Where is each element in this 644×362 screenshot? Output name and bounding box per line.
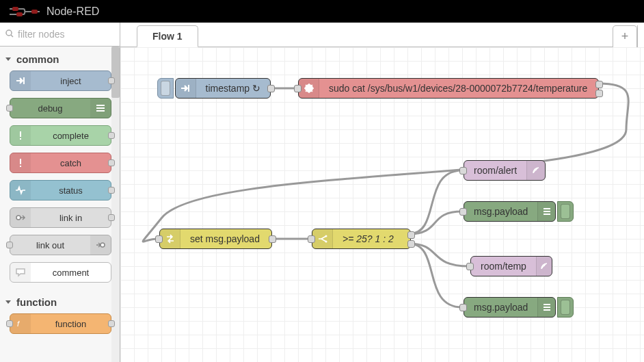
node-exec-cat-temperature[interactable]: sudo cat /sys/bus/w1/devices/28-0000072b… <box>298 78 599 99</box>
tab-flow-1[interactable]: Flow 1 <box>137 25 198 47</box>
filter-nodes-input[interactable] <box>18 29 137 40</box>
port-in[interactable] <box>6 320 13 327</box>
node-label: timestamp ↻ <box>196 83 270 94</box>
palette-node-link-out[interactable]: link out <box>10 235 111 255</box>
palette-node-debug[interactable]: debug <box>10 98 111 118</box>
input-port[interactable] <box>294 85 301 92</box>
node-label: >= 25? 1 : 2 <box>333 233 403 244</box>
chevron-down-icon <box>5 300 11 304</box>
svg-rect-19 <box>188 85 189 92</box>
filter-row <box>0 23 120 47</box>
category-header-function[interactable]: function <box>0 289 120 313</box>
workspace: Flow 1 + <box>120 23 644 362</box>
output-port-2[interactable] <box>407 240 415 248</box>
node-inject-timestamp[interactable]: timestamp ↻ <box>175 78 271 99</box>
input-port[interactable] <box>308 235 315 243</box>
palette-node-comment[interactable]: comment <box>10 262 111 283</box>
svg-rect-13 <box>20 138 21 140</box>
node-label: sudo cat /sys/bus/w1/devices/28-0000072b… <box>319 83 597 94</box>
flow-canvas[interactable]: timestamp ↻ sudo cat /sys/bus/w1/devices… <box>120 47 644 362</box>
comment-icon <box>10 263 31 282</box>
palette-node-inject[interactable]: inject <box>10 70 111 91</box>
svg-point-16 <box>16 216 21 220</box>
link-out-icon <box>90 235 111 255</box>
palette-node-label: debug <box>10 103 90 114</box>
palette-node-complete[interactable]: complete <box>10 125 111 146</box>
palette-node-catch[interactable]: catch <box>10 153 111 173</box>
gear-icon <box>299 79 319 98</box>
tab-overflow[interactable] <box>637 25 644 47</box>
bars-icon <box>537 298 555 317</box>
add-tab-button[interactable]: + <box>613 25 637 47</box>
svg-rect-9 <box>96 105 105 106</box>
node-switch-threshold[interactable]: >= 25? 1 : 2 <box>312 229 411 249</box>
port-out[interactable] <box>108 214 115 221</box>
app-header: Node-RED <box>0 0 644 23</box>
node-mqtt-room-temp[interactable]: room/temp <box>470 256 552 276</box>
palette-node-label: status <box>31 185 111 196</box>
pulse-icon <box>10 181 31 200</box>
scrollbar-thumb[interactable] <box>111 47 120 98</box>
input-port[interactable] <box>459 304 467 311</box>
svg-rect-10 <box>96 107 105 109</box>
inject-trigger-button[interactable] <box>157 78 174 99</box>
palette-node-label: catch <box>31 158 111 168</box>
palette-node-label: function <box>31 319 111 329</box>
chevron-down-icon <box>5 57 11 61</box>
port-out[interactable] <box>108 187 115 194</box>
palette-node-link-in[interactable]: link in <box>10 207 111 228</box>
palette-node-label: comment <box>31 268 111 278</box>
broadcast-icon <box>526 161 545 180</box>
category-label: common <box>16 53 59 65</box>
svg-rect-24 <box>544 208 550 209</box>
svg-rect-11 <box>96 110 105 112</box>
node-change-set-payload[interactable]: set msg.payload <box>159 229 272 249</box>
category-header-common[interactable]: common <box>0 47 120 70</box>
switch-icon <box>312 229 333 248</box>
svg-text:f: f <box>17 320 20 328</box>
svg-rect-3 <box>12 7 18 11</box>
svg-rect-8 <box>23 77 25 84</box>
svg-rect-26 <box>544 214 550 215</box>
port-out[interactable] <box>108 159 115 166</box>
debug-toggle-button-1[interactable] <box>557 201 574 222</box>
node-debug-1[interactable]: msg.payload <box>464 201 556 222</box>
bang-icon <box>10 153 31 172</box>
broadcast-icon <box>536 257 552 276</box>
palette-node-function[interactable]: ffunction <box>10 313 111 334</box>
node-label: room/alert <box>464 165 526 176</box>
node-mqtt-room-alert[interactable]: room/alert <box>464 160 546 181</box>
node-label: room/temp <box>471 261 536 272</box>
port-out[interactable] <box>108 77 115 84</box>
port-out[interactable] <box>108 132 115 139</box>
port-out[interactable] <box>108 320 115 327</box>
output-port[interactable] <box>267 85 275 92</box>
debug-toggle-button-2[interactable] <box>557 297 574 318</box>
svg-point-22 <box>325 235 327 237</box>
port-in[interactable] <box>6 242 13 248</box>
input-port[interactable] <box>466 263 474 270</box>
output-port-1[interactable] <box>407 231 415 239</box>
svg-rect-29 <box>544 309 550 311</box>
palette-node-status[interactable]: status <box>10 180 111 201</box>
fx-icon: f <box>10 314 31 333</box>
bang-icon <box>10 126 31 145</box>
output-port-1[interactable] <box>595 81 603 88</box>
tab-bar: Flow 1 + <box>120 23 644 47</box>
input-port[interactable] <box>459 208 467 216</box>
palette-scroll[interactable]: commoninjectdebugcompletecatchstatuslink… <box>0 47 120 362</box>
svg-point-6 <box>6 30 12 36</box>
input-port[interactable] <box>459 167 467 174</box>
output-port-2[interactable] <box>595 90 603 97</box>
svg-rect-5 <box>31 10 38 14</box>
node-label: set msg.payload <box>180 233 269 244</box>
node-red-logo <box>10 5 40 18</box>
arrow-in-icon <box>10 71 31 90</box>
svg-point-23 <box>325 241 327 243</box>
node-debug-2[interactable]: msg.payload <box>464 297 556 318</box>
svg-rect-14 <box>20 159 21 164</box>
input-port[interactable] <box>155 235 163 243</box>
port-in[interactable] <box>6 105 13 112</box>
output-port[interactable] <box>269 235 276 243</box>
svg-rect-4 <box>16 12 23 16</box>
